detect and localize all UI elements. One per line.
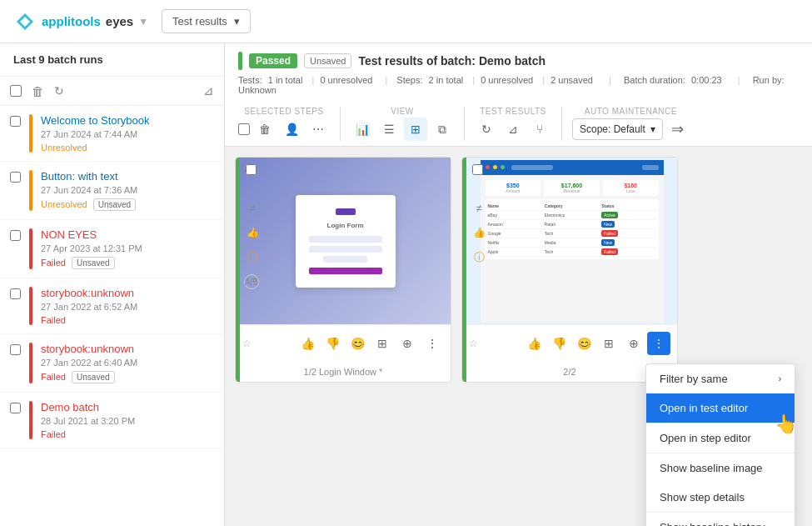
context-menu-show-step-details[interactable]: Show step details — [646, 483, 795, 512]
step-1-label: 1/2 Login Window * — [236, 362, 451, 382]
warning-icon-1[interactable]: ⓘ — [244, 249, 261, 266]
item-title-5: storybook:unknown — [41, 343, 214, 355]
logo-eyes: eyes — [106, 14, 133, 28]
thumb-up-icon-2[interactable]: 👍 — [471, 224, 487, 241]
sidebar-item-welcome-storybook[interactable]: Welcome to Storybook 27 Jun 2024 at 7:44… — [0, 106, 224, 162]
applitools-logo-icon — [13, 10, 37, 33]
item-content-2: Button: with text 27 Jun 2024 at 7:36 AM… — [41, 170, 214, 211]
sidebar-item-storybook-unknown-1[interactable]: storybook:unknown 27 Jan 2022 at 6:52 AM… — [0, 278, 224, 334]
filter-results-icon[interactable]: ⊿ — [501, 118, 525, 141]
item-checkbox-4[interactable] — [10, 288, 21, 299]
dash-row-5: Apple Tech Failed — [488, 248, 656, 257]
list-view-icon[interactable]: ☰ — [377, 118, 401, 141]
more-action-2[interactable]: ⋮ — [647, 332, 670, 355]
star-icon-2[interactable]: ☆ — [469, 338, 478, 349]
emoji-action-1[interactable]: 😊 — [346, 332, 369, 355]
item-title-6: Demo batch — [41, 401, 214, 413]
item-status-4: Failed — [41, 315, 214, 325]
thumb-up-icon-1[interactable]: 👍 — [244, 224, 261, 241]
step-2-actions: 👍 👎 😊 ⊞ ⊕ ⋮ — [522, 332, 670, 355]
assign-icon[interactable]: 👤 — [280, 118, 303, 141]
toolbar: SELECTED STEPS 🗑 👤 ⋯ VIEW — [238, 102, 799, 146]
item-checkbox-1[interactable] — [10, 116, 21, 127]
context-menu-show-baseline[interactable]: Show baseline image — [646, 453, 795, 483]
ab-icon-1[interactable]: A/B — [244, 274, 259, 289]
dash-row-2: Amazon Retail New — [488, 220, 656, 229]
scope-dropdown[interactable]: Scope: Default ▾ — [572, 118, 663, 140]
content-header: Passed Unsaved Test results of batch: De… — [225, 43, 812, 147]
status-bar-2 — [29, 170, 32, 211]
open-step-editor-label: Open in step editor — [660, 432, 751, 444]
step-2-bottom: ☆ 👍 👎 😊 ⊞ ⊕ ⋮ — [462, 324, 677, 362]
filter-icon[interactable]: ⊿ — [203, 83, 214, 98]
dash-content: $350 Amount $17,600 Revenue $160 Loss — [481, 175, 664, 264]
bar-chart-icon[interactable]: 📊 — [351, 118, 374, 141]
context-menu-open-step-editor[interactable]: Open in step editor — [646, 423, 795, 453]
sidebar-item-storybook-unknown-2[interactable]: storybook:unknown 27 Jan 2022 at 6:40 AM… — [0, 334, 224, 393]
sidebar-toolbar: 🗑 ↻ ⊿ — [0, 77, 224, 106]
batch-meta: Tests: 1 in total | 0 unresolved | Steps… — [238, 75, 799, 95]
tests-value: 1 in total — [268, 75, 303, 85]
delete-step-icon[interactable]: 🗑 — [253, 118, 276, 141]
star-icon-1[interactable]: ☆ — [242, 338, 252, 349]
unsaved-badge-3: Unsaved — [72, 257, 114, 269]
thumb-up-action-1[interactable]: 👍 — [296, 332, 319, 355]
test-results-dropdown[interactable]: Test results ▾ — [162, 9, 251, 33]
context-menu-filter-same[interactable]: Filter by same › — [646, 364, 795, 393]
item-content-5: storybook:unknown 27 Jan 2022 at 6:40 AM… — [41, 343, 214, 383]
view-label: VIEW — [391, 107, 414, 116]
status-bar-4 — [29, 287, 32, 325]
more-steps-icon[interactable]: ⋯ — [306, 118, 330, 141]
refresh-results-icon[interactable]: ↻ — [475, 118, 498, 141]
emoji-action-2[interactable]: 😊 — [572, 332, 595, 355]
item-checkbox-2[interactable] — [10, 172, 21, 183]
form-field-3 — [323, 256, 367, 263]
step-1-checkbox[interactable] — [246, 164, 257, 175]
item-date-4: 27 Jan 2022 at 6:52 AM — [41, 302, 214, 312]
open-test-editor-label: Open in test editor — [660, 402, 748, 414]
item-checkbox-3[interactable] — [10, 230, 21, 241]
step-1-image: Login Form — [240, 158, 451, 324]
warning-icon-2[interactable]: ⓘ — [471, 249, 487, 266]
select-all-checkbox[interactable] — [10, 85, 22, 97]
compare-action-2[interactable]: ⊞ — [597, 332, 620, 355]
context-menu-show-baseline-history[interactable]: Show baseline history — [646, 512, 795, 526]
not-equal-icon-2[interactable]: ≠ — [471, 199, 487, 216]
form-title: Login Form — [309, 222, 382, 229]
item-content-6: Demo batch 28 Jul 2021 at 3:20 PM Failed — [41, 401, 214, 439]
branch-icon[interactable]: ⑂ — [528, 118, 551, 141]
step-1-side-icons: ≠ 👍 ⓘ A/B — [244, 199, 261, 289]
toolbar-auto-maintenance: AUTO MAINTENANCE Scope: Default ▾ ⇒ — [562, 107, 700, 141]
step-2-side-icons: ≠ 👍 ⓘ — [471, 199, 487, 266]
sidebar-item-demo-batch[interactable]: Demo batch 28 Jul 2021 at 3:20 PM Failed — [0, 393, 224, 448]
step-2-checkbox[interactable] — [472, 164, 483, 175]
select-all-steps-checkbox[interactable] — [238, 123, 250, 135]
item-checkbox-5[interactable] — [10, 344, 21, 355]
context-menu-open-test-editor[interactable]: Open in test editor — [646, 393, 795, 423]
dash-header — [481, 160, 664, 175]
app-header: applitoolseyes ▼ Test results ▾ — [0, 0, 812, 43]
thumb-up-action-2[interactable]: 👍 — [522, 332, 545, 355]
sidebar-item-non-eyes[interactable]: NON EYES 27 Apr 2023 at 12:31 PM Failed … — [0, 220, 224, 278]
item-status-3: Failed Unsaved — [41, 257, 214, 269]
auto-apply-icon[interactable]: ⇒ — [666, 118, 690, 141]
compare-action-1[interactable]: ⊞ — [371, 332, 394, 355]
passed-badge: Passed — [249, 53, 297, 68]
more-action-1[interactable]: ⋮ — [421, 332, 444, 355]
compare-view-icon[interactable]: ⧉ — [431, 118, 454, 141]
not-equal-icon-1[interactable]: ≠ — [244, 199, 261, 216]
dash-stat-2: $17,600 Revenue — [544, 180, 600, 196]
dash-row-1: eBay Electronics Active — [488, 211, 656, 220]
zoom-action-2[interactable]: ⊕ — [622, 332, 645, 355]
thumb-down-action-2[interactable]: 👎 — [547, 332, 570, 355]
logo-applitools: applitools — [42, 14, 101, 28]
thumb-down-action-1[interactable]: 👎 — [321, 332, 344, 355]
login-form-mock: Login Form — [296, 195, 396, 288]
sidebar-item-button-text[interactable]: Button: with text 27 Jun 2024 at 7:36 AM… — [0, 162, 224, 220]
zoom-action-1[interactable]: ⊕ — [396, 332, 419, 355]
item-checkbox-6[interactable] — [10, 403, 21, 413]
logo-caret[interactable]: ▼ — [138, 16, 148, 28]
delete-icon[interactable]: 🗑 — [32, 84, 44, 98]
refresh-icon[interactable]: ↻ — [54, 84, 64, 98]
grid-view-icon[interactable]: ⊞ — [404, 118, 427, 141]
